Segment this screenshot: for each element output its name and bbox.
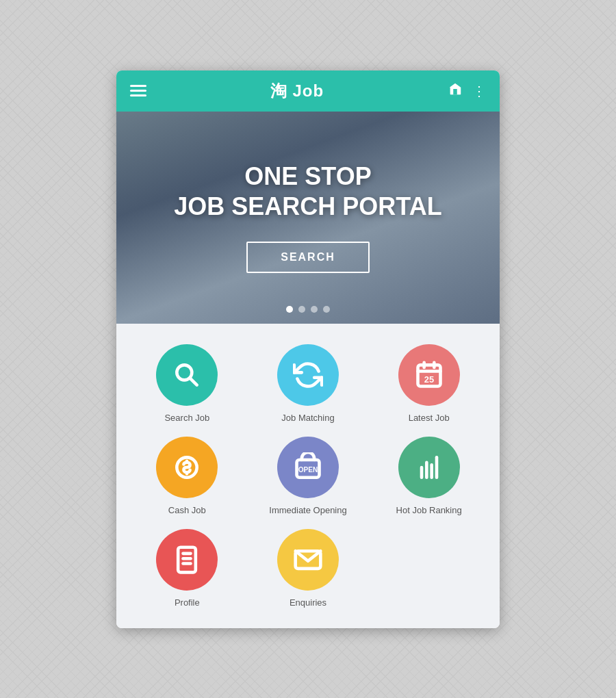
grid-item-search-job[interactable]: Search Job bbox=[130, 344, 244, 423]
app-header: 淘 Job ⋮ bbox=[116, 70, 500, 112]
cash-job-label: Cash Job bbox=[168, 505, 206, 515]
header-icons: ⋮ bbox=[448, 81, 486, 100]
profile-button[interactable] bbox=[156, 529, 218, 591]
dot-4[interactable] bbox=[323, 306, 330, 313]
grid-section: Search Job Job Matching 25 bbox=[116, 324, 500, 628]
immediate-opening-label: Immediate Opening bbox=[269, 505, 346, 515]
grid-item-cash-job[interactable]: Cash Job bbox=[130, 437, 244, 515]
enquiries-button[interactable] bbox=[277, 529, 339, 591]
search-button[interactable]: SEARCH bbox=[246, 242, 370, 273]
feature-grid: Search Job Job Matching 25 bbox=[130, 344, 486, 608]
more-icon[interactable]: ⋮ bbox=[472, 83, 486, 99]
banner-section: ONE STOP JOB SEARCH PORTAL SEARCH bbox=[116, 112, 500, 324]
banner-title: ONE STOP JOB SEARCH PORTAL bbox=[174, 161, 441, 220]
latest-job-label: Latest Job bbox=[409, 413, 450, 423]
banner-content: ONE STOP JOB SEARCH PORTAL SEARCH bbox=[174, 161, 441, 272]
grid-item-latest-job[interactable]: 25 Latest Job bbox=[372, 344, 486, 423]
search-job-button[interactable] bbox=[156, 344, 218, 406]
dot-1[interactable] bbox=[286, 306, 293, 313]
app-title: 淘 Job bbox=[270, 80, 324, 102]
job-matching-label: Job Matching bbox=[281, 413, 334, 423]
svg-text:25: 25 bbox=[424, 374, 434, 385]
immediate-opening-button[interactable]: OPEN bbox=[277, 437, 339, 498]
carousel-dots bbox=[286, 306, 330, 313]
dot-2[interactable] bbox=[298, 306, 305, 313]
enquiries-label: Enquiries bbox=[290, 597, 326, 608]
hot-job-ranking-label: Hot Job Ranking bbox=[396, 505, 462, 515]
hot-job-ranking-button[interactable] bbox=[398, 437, 460, 498]
menu-button[interactable] bbox=[130, 85, 146, 96]
cash-job-button[interactable] bbox=[156, 437, 218, 498]
grid-item-immediate-opening[interactable]: OPEN Immediate Opening bbox=[251, 437, 365, 515]
dot-3[interactable] bbox=[311, 306, 318, 313]
svg-text:OPEN: OPEN bbox=[298, 466, 318, 474]
grid-item-hot-job-ranking[interactable]: Hot Job Ranking bbox=[372, 437, 486, 515]
grid-item-profile[interactable]: Profile bbox=[130, 529, 244, 608]
home-icon[interactable] bbox=[448, 81, 463, 100]
profile-label: Profile bbox=[175, 597, 200, 608]
grid-item-enquiries[interactable]: Enquiries bbox=[251, 529, 365, 608]
grid-item-job-matching[interactable]: Job Matching bbox=[251, 344, 365, 423]
svg-line-1 bbox=[190, 378, 197, 385]
search-job-label: Search Job bbox=[164, 413, 209, 423]
job-matching-button[interactable] bbox=[277, 344, 339, 406]
phone-container: 淘 Job ⋮ ONE STOP JOB SEARCH PORTAL SEARC… bbox=[116, 70, 500, 628]
latest-job-button[interactable]: 25 bbox=[398, 344, 460, 406]
